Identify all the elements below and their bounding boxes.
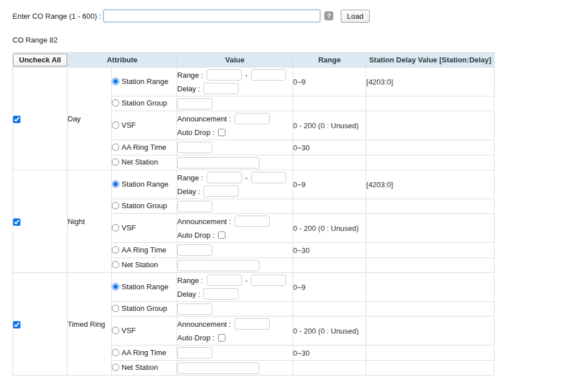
delay-label: Delay : (177, 290, 200, 298)
option-vsf-timed-ring[interactable]: VSF (112, 326, 136, 335)
station-range-radio-timed-ring[interactable] (112, 283, 119, 290)
option-net-station-day[interactable]: Net Station (112, 158, 158, 166)
option-net-station-night[interactable]: Net Station (112, 260, 158, 269)
col-header-attribute: Attribute (68, 53, 177, 68)
group-checkbox-timed-ring[interactable] (13, 321, 20, 328)
co-range-input[interactable] (103, 10, 320, 22)
station-group-radio-day[interactable] (112, 99, 119, 107)
station-range-from-input-timed-ring[interactable] (207, 275, 242, 286)
auto-drop-label: Auto Drop : (177, 334, 215, 342)
station-range-radio-day[interactable] (112, 78, 119, 85)
option-station-range-timed-ring[interactable]: Station Range (112, 283, 168, 291)
auto-drop-label: Auto Drop : (177, 231, 215, 239)
group-checkbox-cell-night (13, 170, 68, 273)
net-station-input-timed-ring[interactable] (177, 363, 260, 374)
station-delay-value-day: [4203:0] (366, 68, 495, 96)
aa-ring-time-radio-timed-ring[interactable] (112, 349, 119, 356)
table-row: Timed Ring Station Range Range : - Delay… (13, 273, 495, 302)
station-range-to-input-night[interactable] (251, 172, 286, 183)
auto-drop-checkbox-night[interactable] (218, 231, 225, 239)
option-label: Station Group (122, 201, 167, 210)
station-delay-value (366, 96, 495, 111)
option-label: Station Range (122, 283, 168, 291)
co-range-entry-label: Enter CO Range (1 - 600) : (12, 12, 103, 20)
co-range-entry-bar: Enter CO Range (1 - 600) : ? Load (12, 9, 577, 23)
col-header-range: Range (293, 53, 366, 68)
option-label: Net Station (122, 158, 158, 166)
table-header-row: Uncheck All Attribute Value Range Statio… (13, 53, 495, 68)
station-range-to-input-timed-ring[interactable] (251, 275, 286, 286)
vsf-radio-timed-ring[interactable] (112, 327, 119, 334)
net-station-radio-day[interactable] (112, 158, 119, 166)
vsf-radio-night[interactable] (112, 224, 119, 231)
option-station-group-night[interactable]: Station Group (112, 201, 167, 210)
co-range-table: Uncheck All Attribute Value Range Statio… (12, 52, 495, 376)
co-range-title: CO Range 82 (12, 36, 577, 44)
help-icon[interactable]: ? (324, 11, 333, 20)
station-range-radio-night[interactable] (112, 180, 119, 188)
range-hint: 0~9 (293, 170, 366, 199)
option-label: Station Group (122, 304, 167, 313)
option-label: AA Ring Time (122, 348, 166, 357)
station-range-from-input-night[interactable] (207, 172, 242, 183)
station-range-delay-input-timed-ring[interactable] (203, 288, 239, 300)
range-dash: - (245, 71, 248, 79)
net-station-radio-night[interactable] (112, 261, 119, 268)
option-vsf-day[interactable]: VSF (112, 121, 136, 129)
auto-drop-checkbox-timed-ring[interactable] (218, 334, 225, 342)
option-aa-ring-time-night[interactable]: AA Ring Time (112, 246, 166, 254)
net-station-radio-timed-ring[interactable] (112, 364, 119, 371)
load-button[interactable]: Load (341, 10, 370, 23)
station-delay-value-night: [4203:0] (366, 170, 495, 199)
announcement-label: Announcement : (177, 115, 231, 123)
option-station-group-day[interactable]: Station Group (112, 99, 167, 107)
vsf-value-cell-timed-ring: Announcement : Auto Drop : (177, 317, 293, 345)
station-delay-value (366, 111, 495, 140)
announcement-input-day[interactable] (235, 113, 270, 124)
station-group-radio-timed-ring[interactable] (112, 305, 119, 312)
aa-ring-time-input-day[interactable] (177, 142, 212, 153)
aa-ring-time-radio-day[interactable] (112, 144, 119, 151)
auto-drop-checkbox-day[interactable] (218, 129, 225, 136)
station-range-delay-input-day[interactable] (203, 83, 239, 94)
range-hint: 0~9 (293, 273, 366, 302)
range-hint (293, 361, 366, 376)
uncheck-all-button[interactable]: Uncheck All (13, 54, 67, 66)
vsf-radio-day[interactable] (112, 121, 119, 129)
station-delay-value (366, 302, 495, 317)
option-label: Net Station (122, 260, 158, 269)
option-label: Station Range (122, 77, 168, 86)
option-aa-ring-time-timed-ring[interactable]: AA Ring Time (112, 348, 166, 357)
option-station-range-night[interactable]: Station Range (112, 180, 168, 188)
group-checkbox-night[interactable] (13, 218, 20, 226)
range-hint (293, 302, 366, 317)
option-station-range-day[interactable]: Station Range (112, 77, 168, 86)
net-station-input-day[interactable] (177, 157, 260, 168)
station-range-delay-input-night[interactable] (203, 186, 239, 197)
option-label: AA Ring Time (122, 246, 166, 254)
group-checkbox-day[interactable] (13, 116, 20, 123)
option-station-group-timed-ring[interactable]: Station Group (112, 304, 167, 313)
group-name-night: Night (68, 170, 112, 273)
aa-ring-time-input-night[interactable] (177, 245, 212, 256)
announcement-input-night[interactable] (235, 216, 270, 227)
aa-ring-time-input-timed-ring[interactable] (177, 347, 212, 359)
table-row: Day Station Range Range : - Delay : (13, 68, 495, 96)
station-range-from-input-day[interactable] (207, 69, 242, 81)
station-group-radio-night[interactable] (112, 202, 119, 209)
station-group-input-day[interactable] (177, 98, 212, 109)
header-cell-check: Uncheck All (13, 53, 68, 68)
range-hint: 0~30 (293, 140, 366, 155)
station-group-input-night[interactable] (177, 201, 212, 212)
station-group-input-timed-ring[interactable] (177, 304, 212, 315)
option-net-station-timed-ring[interactable]: Net Station (112, 363, 158, 372)
range-label: Range : (177, 276, 203, 285)
option-vsf-night[interactable]: VSF (112, 224, 136, 232)
net-station-input-night[interactable] (177, 260, 260, 271)
announcement-input-timed-ring[interactable] (235, 318, 270, 330)
range-hint (293, 155, 366, 170)
option-aa-ring-time-day[interactable]: AA Ring Time (112, 143, 166, 151)
aa-ring-time-radio-night[interactable] (112, 246, 119, 254)
station-delay-value (366, 258, 495, 273)
station-range-to-input-day[interactable] (251, 69, 286, 81)
